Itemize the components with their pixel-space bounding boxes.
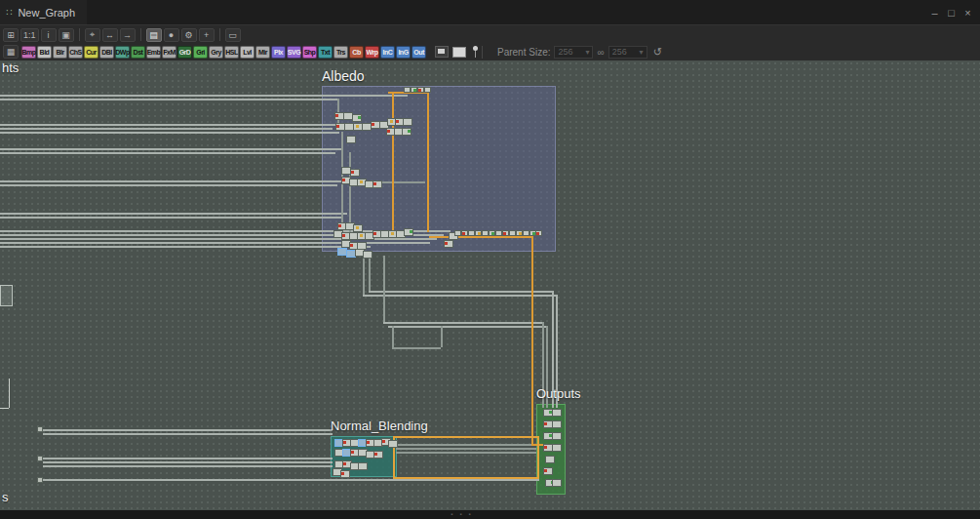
parent-width-select[interactable]: 256 ▾ [554,46,593,59]
snap-icon[interactable]: + [199,28,215,42]
palette-node-hsl[interactable]: HSL [224,46,239,59]
graph-node[interactable] [482,230,489,236]
graph-node[interactable] [543,467,553,475]
graph-node[interactable] [358,462,368,470]
pan-arrows-icon[interactable]: ↔ [102,28,118,42]
palette-node-gri[interactable]: Gri [193,46,208,59]
graph-node[interactable] [454,230,461,236]
graph-node[interactable] [404,228,413,236]
graph-icon: ∷ [6,7,12,18]
material-ball-icon[interactable]: ● [164,28,179,42]
frame-selection-rect[interactable] [393,436,539,479]
link-route-icon[interactable]: → [120,28,136,42]
minimize-button[interactable]: – [926,7,943,19]
zoom-icon[interactable]: ⌖ [85,28,100,42]
graph-tab[interactable]: ∷ New_Graph [0,0,87,24]
graph-node[interactable] [363,251,372,259]
graph-node[interactable] [402,128,412,136]
graph-node[interactable] [475,230,482,236]
graph-node[interactable] [350,169,360,177]
palette-node-inc[interactable]: InC [380,46,395,59]
palette-node-chs[interactable]: ChS [68,46,83,59]
wire [43,458,333,459]
palette-node-svg[interactable]: SVG [287,46,301,59]
palette-node-bmp[interactable]: Bmp [21,46,36,59]
palette-node-bld[interactable]: Bld [37,46,52,59]
wire [0,217,341,219]
palette-node-lvl[interactable]: Lvl [240,46,255,59]
pin-icon[interactable] [471,46,479,59]
chevron-down-icon: ▾ [640,48,644,57]
graph-node[interactable] [495,230,502,236]
graph-node[interactable] [388,440,398,448]
graph-canvas[interactable]: AlbedoOutputsNormal_Blendinghtss [0,60,980,510]
graph-node[interactable] [502,230,509,236]
frame-edge-node[interactable] [0,285,13,306]
comment-icon[interactable] [435,46,449,58]
palette-node-dst[interactable]: Dst [131,46,145,59]
graph-node[interactable] [424,87,431,93]
graph-node[interactable] [37,426,43,432]
display-icon[interactable]: ▭ [225,28,241,42]
palette-node-wrp[interactable]: Wrp [365,46,379,59]
graph-node[interactable] [545,456,555,463]
graph-node[interactable] [372,180,382,188]
graph-node[interactable] [535,230,542,236]
palette-node-blr[interactable]: Blr [53,46,67,59]
graph-node[interactable] [37,456,43,461]
palette-node-trs[interactable]: Trs [333,46,348,59]
graph-node[interactable] [352,114,362,122]
graph-node[interactable] [509,230,516,236]
library-icon[interactable]: ▦ [3,45,19,59]
palette-node-dwp[interactable]: DWp [115,46,130,59]
reset-icon[interactable]: ↺ [653,46,662,59]
actual-size-button[interactable]: 1:1 [20,28,39,42]
graph-node[interactable] [37,477,43,483]
palette-node-ing[interactable]: InG [396,46,411,59]
graph-node[interactable] [373,451,383,459]
graph-node[interactable] [461,230,468,236]
graph-node[interactable] [403,118,412,126]
settings-gear-icon[interactable]: ⚙ [181,28,197,42]
link-icon[interactable]: ∞ [597,47,604,58]
palette-extras [426,46,479,59]
graph-node[interactable] [340,470,350,478]
graph-node[interactable] [411,87,417,93]
restore-button[interactable]: □ [943,7,960,19]
palette-node-dbl[interactable]: DBl [99,46,114,59]
palette-node-shp[interactable]: Shp [302,46,317,59]
palette-node-grd[interactable]: GrD [177,46,192,59]
graph-node[interactable] [404,87,411,93]
palette-node-txt[interactable]: Txt [318,46,333,59]
cut-frame-label: s [2,490,9,504]
close-button[interactable]: × [960,7,976,19]
dock-icon[interactable]: ⊞ [3,28,19,42]
graph-node[interactable] [346,136,356,143]
graph-node[interactable] [489,230,495,236]
graph-node[interactable] [552,479,562,487]
graph-node[interactable] [417,87,424,93]
graph-node[interactable] [523,230,529,236]
graph-node[interactable] [552,444,562,452]
palette-node-out[interactable]: Out [412,46,426,59]
graph-node[interactable] [552,420,562,428]
palette-node-mir[interactable]: Mir [255,46,270,59]
graph-node[interactable] [516,230,523,236]
thumbnail-icon[interactable]: ▣ [59,28,74,42]
graph-tab-title: New_Graph [18,7,75,19]
graph-node[interactable] [468,230,475,236]
graph-node[interactable] [552,432,562,440]
parent-height-select[interactable]: 256 ▾ [608,46,647,59]
palette-node-fxm[interactable]: FxM [162,46,176,59]
info-icon[interactable]: i [41,28,57,42]
palette-node-cb[interactable]: Cb [349,46,364,59]
frame-icon[interactable] [452,47,466,58]
palette-node-cur[interactable]: Cur [84,46,98,59]
filter-view-icon[interactable]: ▤ [146,28,162,42]
graph-node[interactable] [552,409,562,417]
palette-node-gry[interactable]: Gry [209,46,223,59]
graph-node[interactable] [353,224,363,232]
graph-node[interactable] [444,240,453,248]
palette-node-plx[interactable]: Plx [271,46,286,59]
palette-node-emb[interactable]: Emb [146,46,161,59]
